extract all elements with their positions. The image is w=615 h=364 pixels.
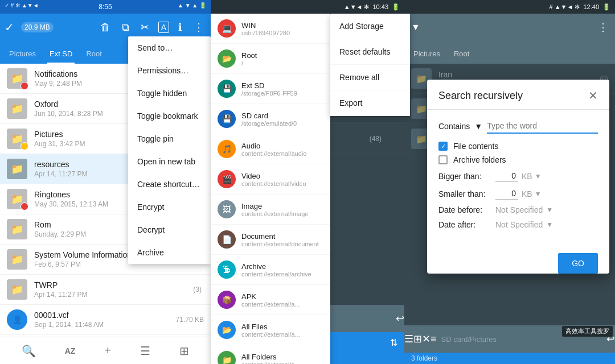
search-icon[interactable]: 🔍 [17, 340, 40, 362]
dialog-body: Contains ▼ ✓ File contents Archive folde… [427, 110, 609, 244]
archive-menu-item[interactable]: Archive [128, 241, 211, 264]
search-dialog: Search recursively ✕ Contains ▼ ✓ File c… [427, 80, 609, 274]
date-after-row: Date after: Not Specified ▼ [438, 220, 598, 229]
decrypt-menu-item[interactable]: Decrypt [128, 218, 211, 241]
info-icon[interactable]: ℹ [176, 19, 184, 36]
submenu-root[interactable]: 📂 Root / [211, 44, 330, 74]
smaller-unit-arrow-icon: ▼ [535, 190, 542, 198]
submenu-archive[interactable]: 🗜 Archive content://external/archive [211, 255, 330, 285]
smaller-than-unit-dropdown[interactable]: KB ▼ [518, 189, 542, 198]
image-icon: 🖼 [218, 200, 236, 218]
submenu-audio[interactable]: 🎵 Audio content://external/audio [211, 134, 330, 164]
search-input[interactable] [487, 119, 598, 134]
date-after-dropdown[interactable]: Not Specified ▼ [495, 220, 553, 229]
submenu-win[interactable]: 💻 WIN usb:/1894097280 [211, 14, 330, 44]
document-icon: 📄 [218, 230, 236, 249]
cut-icon[interactable]: ✂ [138, 19, 151, 36]
delete-icon[interactable]: 🗑 [98, 19, 113, 36]
archive-folders-checkbox[interactable] [438, 155, 448, 164]
apk-icon: 📦 [218, 291, 236, 309]
dialog-header: Search recursively ✕ [427, 80, 609, 110]
go-button[interactable]: GO [558, 253, 598, 274]
folder-icon: 📁 [7, 189, 27, 209]
list-item[interactable]: 👤 00001.vcf Sep 1, 2014, 11:48 AM 71.70 … [0, 305, 211, 335]
archive-folders-label: Archive folders [453, 155, 506, 164]
more-icon[interactable]: ⋮ [191, 19, 206, 36]
submenu-all-files[interactable]: 📂 All Files content://external/a... [211, 315, 330, 345]
time-left: 8:55 [99, 3, 112, 11]
date-before-row: Date before: Not Specified ▼ [438, 205, 598, 214]
archive-icon: 🗜 [218, 260, 236, 279]
contains-dropdown[interactable]: ▼ [474, 122, 482, 131]
align-icon-right[interactable]: ≡ [430, 333, 437, 345]
submenu-apk[interactable]: 📦 APK content://external/a... [211, 285, 330, 315]
mid-status-icons: ▲▼◄ ✻ [344, 3, 370, 11]
toggle-bookmark-menu-item[interactable]: Toggle bookmark [128, 105, 211, 127]
bigger-unit-arrow-icon: ▼ [535, 172, 542, 180]
reset-defaults-item[interactable]: Reset defaults [330, 39, 410, 65]
checkmark-icon[interactable]: ✓ [5, 20, 14, 34]
win-icon: 💻 [218, 19, 236, 38]
right-status-icons: # ▲▼◄ ✻ [550, 3, 580, 11]
send-to-menu-item[interactable]: Send to… [128, 36, 211, 59]
tab-root[interactable]: Root [84, 45, 104, 64]
submenu-document[interactable]: 📄 Document content://external/document [211, 225, 330, 255]
bottom-bar-left: 🔍 AZ + ☰ ⊞ [0, 337, 211, 364]
close-dialog-icon[interactable]: ✕ [588, 89, 598, 102]
remove-all-item[interactable]: Remove all [330, 65, 410, 90]
list-view-icon[interactable]: ☰ [136, 340, 155, 362]
tab-r-pictures[interactable]: Pictures [411, 45, 442, 64]
date-before-dropdown[interactable]: Not Specified ▼ [495, 205, 553, 214]
toggle-hidden-menu-item[interactable]: Toggle hidden [128, 82, 211, 105]
copy-icon[interactable]: ⧉ [120, 19, 132, 36]
time-right: 12:40 [583, 3, 599, 10]
grid-view-icon[interactable]: ⊞ [175, 340, 194, 362]
smaller-than-input[interactable] [495, 188, 518, 200]
file-contents-checkbox[interactable]: ✓ [438, 142, 448, 151]
add-storage-item[interactable]: Add Storage [330, 14, 410, 39]
folder-count-right: 3 folders [411, 354, 437, 362]
submenu-all-folders[interactable]: 📁 All Folders content://external/a... [211, 345, 330, 364]
right-more-icon[interactable]: ⋮ [598, 21, 608, 34]
rename-icon[interactable]: A [158, 22, 169, 33]
tab-r-root[interactable]: Root [452, 45, 472, 64]
bigger-than-row: Bigger than: KB ▼ [438, 170, 598, 182]
contains-label: Contains [438, 122, 470, 131]
music-badge [20, 82, 28, 90]
sort-az-button[interactable]: AZ [60, 342, 80, 360]
date-before-label: Date before: [438, 205, 495, 214]
folder-icon: 📁 [7, 159, 27, 179]
date-after-label: Date after: [438, 220, 495, 229]
right-panel: # ▲▼◄ ✻ 12:40 🔋 ▼ Pictures Root ⋮ Pictur… [404, 0, 615, 364]
submenu-image[interactable]: 🖼 Image content://external/image [211, 195, 330, 225]
open-new-tab-menu-item[interactable]: Open in new tab [128, 150, 211, 173]
right-down-arrow[interactable]: ▼ [411, 22, 420, 32]
status-bar-right: # ▲▼◄ ✻ 12:40 🔋 [404, 0, 615, 14]
bookmarks-sort-icon[interactable]: ⇅ [390, 337, 397, 348]
submenu-sd-card[interactable]: 💾 SD card /storage/emulated/0 [211, 104, 330, 134]
add-icon[interactable]: + [100, 340, 116, 362]
ext-sd-icon: 💾 [218, 80, 236, 98]
tab-pictures[interactable]: Pictures [7, 45, 38, 64]
permissions-menu-item[interactable]: Permissions… [128, 59, 211, 82]
back-icon-mid[interactable]: ↩ [396, 312, 404, 325]
smaller-than-row: Smaller than: KB ▼ [438, 188, 598, 200]
music-badge [20, 202, 28, 210]
submenu-video[interactable]: 🎬 Video content://external/video [211, 164, 330, 195]
close-icon-right[interactable]: ✕ [422, 333, 430, 345]
bigger-than-label: Bigger than: [438, 172, 495, 181]
tab-ext-sd[interactable]: Ext SD [47, 45, 75, 64]
bigger-than-unit-dropdown[interactable]: KB ▼ [518, 172, 542, 181]
list-item[interactable]: 📁 TWRP Apr 14, 11:27 PM (3) [0, 275, 211, 305]
folder-icon: 📁 [7, 68, 27, 89]
grid-icon-right[interactable]: ⊞ [413, 333, 422, 345]
export-item[interactable]: Export [330, 90, 410, 116]
bigger-than-input[interactable] [495, 170, 518, 182]
encrypt-menu-item[interactable]: Encrypt [128, 196, 211, 218]
toggle-pin-menu-item[interactable]: Toggle pin [128, 127, 211, 150]
create-shortcut-menu-item[interactable]: Create shortcut… [128, 173, 211, 196]
list-icon-right[interactable]: ☰ [404, 333, 413, 345]
submenu-ext-sd[interactable]: 💾 Ext SD /storage/F8F6-FF59 [211, 74, 330, 104]
contact-icon: 👤 [7, 309, 27, 330]
file-contents-checkbox-row: ✓ File contents [438, 142, 598, 151]
